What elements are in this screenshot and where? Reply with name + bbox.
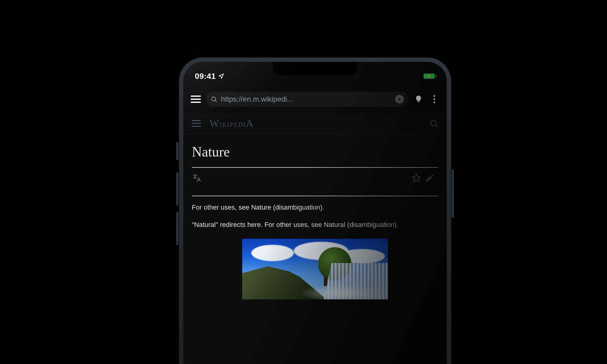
wikipedia-menu-button[interactable] [192, 120, 201, 127]
svg-point-5 [433, 98, 435, 100]
address-bar-url: https://en.m.wikipedi... [221, 95, 392, 103]
lead-image[interactable] [242, 239, 388, 299]
svg-marker-9 [412, 174, 421, 182]
location-arrow-icon [218, 73, 224, 79]
article-body: Nature Fo [183, 134, 447, 299]
article-actions-row [192, 168, 438, 188]
battery-icon: ⚡ [423, 73, 435, 79]
browser-menu-button[interactable] [191, 96, 201, 103]
browser-toolbar: https://en.m.wikipedi... [183, 89, 447, 110]
svg-point-6 [433, 101, 435, 103]
divider [192, 196, 438, 196]
phone-notch [273, 62, 358, 75]
hatnote-redirect: "Natural" redirects here. For other uses… [192, 220, 438, 230]
article-title: Nature [192, 144, 438, 160]
clear-url-button[interactable] [395, 95, 404, 103]
wikipedia-wordmark[interactable]: WikipediA [209, 118, 254, 129]
phone-device-frame: 09:41 ⚡ [178, 57, 452, 364]
watchlist-star-button[interactable] [412, 173, 425, 183]
page-content: WikipediA Nature [183, 113, 447, 364]
address-bar[interactable]: https://en.m.wikipedi... [206, 92, 408, 107]
phone-screen: 09:41 ⚡ [183, 62, 447, 364]
status-time: 09:41 [195, 72, 216, 81]
volume-down-button [176, 212, 178, 245]
search-icon [211, 96, 217, 103]
mute-switch [176, 142, 178, 160]
volume-up-button [176, 172, 178, 206]
svg-line-1 [215, 100, 217, 102]
svg-point-4 [433, 95, 435, 97]
dark-mode-toggle-button[interactable] [413, 94, 424, 104]
wikipedia-search-button[interactable] [429, 119, 438, 128]
wikipedia-site-header: WikipediA [183, 113, 447, 134]
hatnote-disambiguation: For other uses, see Nature (disambiguati… [192, 202, 438, 212]
charging-bolt-icon: ⚡ [427, 74, 432, 78]
language-button[interactable] [192, 173, 205, 183]
svg-line-8 [435, 125, 437, 127]
edit-button[interactable] [425, 173, 438, 183]
power-button [452, 169, 454, 218]
overflow-menu-button[interactable] [429, 94, 439, 104]
